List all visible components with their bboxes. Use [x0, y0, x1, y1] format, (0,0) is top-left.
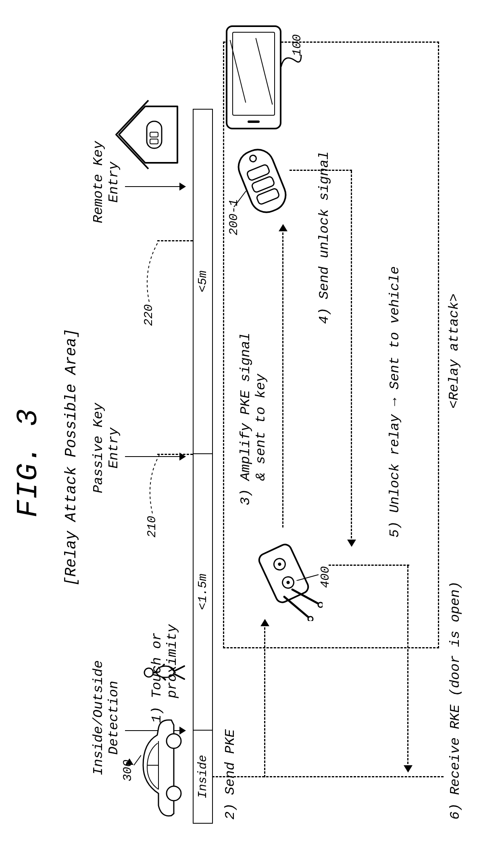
zone-label-inside-outside: Inside/Outside Detection [91, 660, 121, 775]
ref-210-leader [145, 453, 173, 513]
range-seg-rke: <5m [194, 110, 212, 453]
svg-rect-9 [150, 132, 158, 137]
ref-400: 400 [319, 566, 332, 588]
relay-vline [329, 565, 409, 566]
svg-rect-8 [150, 139, 158, 144]
figure-subtitle: [Relay Attack Possible Area] [62, 328, 80, 586]
figure-title: FIG. 3 [12, 408, 45, 517]
step-4-vline [290, 170, 352, 171]
range-bar: Inside <1.5m <5m [193, 109, 213, 824]
svg-point-1 [167, 734, 181, 748]
ref-220-leader [143, 239, 171, 302]
step-3-label: 3) Amplify PKE signal & sent to key [238, 333, 269, 505]
range-seg-pke: <1.5m [194, 453, 212, 729]
smartphone-icon [226, 25, 281, 129]
svg-line-23 [234, 191, 246, 207]
step-2-vline [212, 776, 265, 777]
zone-arrow-rke [125, 186, 185, 187]
ref-220: 220 [142, 304, 156, 326]
ref-200-1-leader [232, 187, 248, 207]
step-4-label: 4) Send unlock signal [317, 152, 332, 324]
svg-point-0 [167, 786, 181, 801]
small-fob-icon [145, 120, 163, 150]
svg-point-15 [308, 617, 313, 621]
ref-100-leader [280, 37, 304, 69]
svg-line-4 [134, 755, 141, 765]
svg-point-16 [318, 602, 323, 607]
step-5-arrow [407, 566, 408, 771]
ref-210: 210 [145, 516, 159, 538]
zone-label-pke: Passive Key Entry [91, 403, 121, 493]
step-6-label: 6) Receive RKE (door is open) [448, 581, 463, 820]
step-5-label: 5) Unlock relay → Sent to vehicle [387, 266, 402, 538]
relay-attack-caption: <Relay attack> [446, 293, 462, 409]
range-seg-inside: Inside [194, 730, 212, 823]
step-3-arrow [282, 225, 283, 527]
step-1-label: 1) Touch or proximity [149, 624, 180, 723]
step-4-arrow [351, 171, 352, 546]
svg-line-17 [296, 575, 319, 581]
step-2-label: 2) Send PKE [223, 729, 238, 820]
vehicle-icon [135, 717, 188, 822]
ref-400-leader [296, 569, 321, 581]
ref-300-leader [125, 751, 141, 767]
step-6-vline [266, 776, 444, 777]
